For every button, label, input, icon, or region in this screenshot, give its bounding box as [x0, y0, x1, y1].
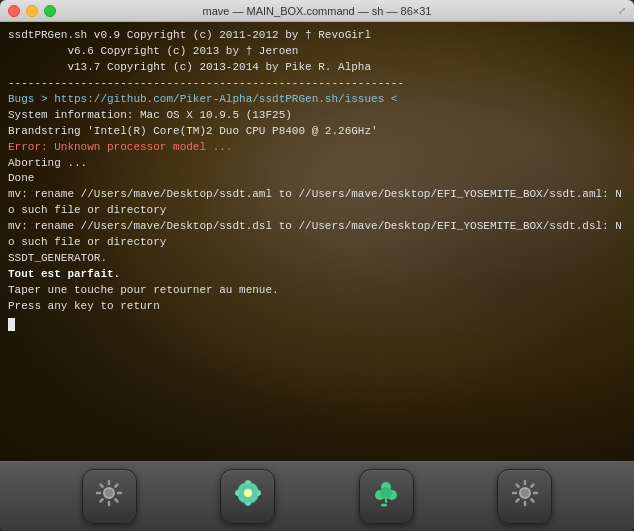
traffic-lights [8, 5, 56, 17]
terminal-line: SSDT_GENERATOR. [8, 251, 626, 267]
terminal-line: Taper une touche pour retourner au menue… [8, 283, 626, 299]
resize-icon: ⤢ [618, 5, 626, 17]
terminal-line: Bugs > https://github.com/Piker-Alpha/ss… [8, 92, 626, 108]
minimize-button[interactable] [26, 5, 38, 17]
maximize-button[interactable] [44, 5, 56, 17]
terminal-content: ssdtPRGen.sh v0.9 Copyright (c) 2011-201… [0, 22, 634, 461]
terminal-line: System information: Mac OS X 10.9.5 (13F… [8, 108, 626, 124]
terminal-line: mv: rename //Users/mave/Desktop/ssdt.aml… [8, 187, 626, 219]
terminal-line: Tout est parfait. [8, 267, 626, 283]
terminal-line: v6.6 Copyright (c) 2013 by † Jeroen [8, 44, 626, 60]
terminal-line: ssdtPRGen.sh v0.9 Copyright (c) 2011-201… [8, 28, 626, 44]
terminal-line: Press any key to return [8, 299, 626, 315]
gear-icon [95, 479, 123, 515]
terminal-line: v13.7 Copyright (c) 2013-2014 by Pike R.… [8, 60, 626, 76]
svg-point-10 [244, 489, 252, 497]
terminal-body[interactable]: ssdtPRGen.sh v0.9 Copyright (c) 2011-201… [0, 22, 634, 461]
svg-rect-15 [385, 497, 387, 503]
terminal-line: ----------------------------------------… [8, 76, 626, 92]
terminal-line: Aborting ... [8, 156, 626, 172]
terminal-line: Error: Unknown processor model ... [8, 140, 626, 156]
terminal-line: Brandstring 'Intel(R) Core(TM)2 Duo CPU … [8, 124, 626, 140]
gear2-icon [511, 479, 539, 515]
terminal-window: mave — MAIN_BOX.command — sh — 86×31 ⤢ s… [0, 0, 634, 531]
clover-icon [372, 479, 400, 515]
dock-item-1[interactable] [82, 469, 137, 524]
close-button[interactable] [8, 5, 20, 17]
dock-bar [0, 461, 634, 531]
flower-icon [234, 479, 262, 515]
title-bar: mave — MAIN_BOX.command — sh — 86×31 ⤢ [0, 0, 634, 22]
dock-item-2[interactable] [220, 469, 275, 524]
terminal-line: mv: rename //Users/mave/Desktop/ssdt.dsl… [8, 219, 626, 251]
dock-item-4[interactable] [497, 469, 552, 524]
terminal-cursor-line [8, 315, 626, 331]
window-title: mave — MAIN_BOX.command — sh — 86×31 [203, 5, 432, 17]
svg-point-16 [381, 503, 387, 506]
terminal-line: Done [8, 171, 626, 187]
dock-item-3[interactable] [359, 469, 414, 524]
cursor [8, 318, 15, 331]
